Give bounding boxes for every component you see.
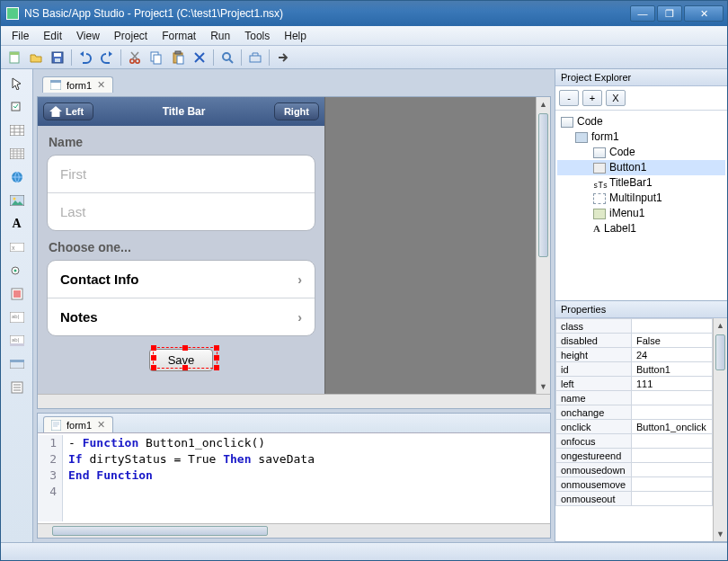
svg-point-19 (13, 198, 15, 200)
menu-file[interactable]: File (4, 28, 36, 44)
label-tool[interactable]: A (7, 215, 27, 233)
code-editor[interactable]: 1234 - Function Button1_onclick() If dir… (38, 433, 550, 523)
copy-button[interactable] (146, 48, 166, 67)
svg-point-23 (13, 270, 16, 272)
new-button[interactable] (4, 48, 24, 67)
svg-rect-13 (250, 56, 261, 62)
mock-left-button[interactable]: Left (43, 102, 93, 120)
prop-row[interactable]: class (556, 319, 713, 334)
image-tool[interactable] (7, 191, 27, 209)
cut-button[interactable] (125, 48, 145, 67)
designer-hscroll[interactable] (38, 394, 550, 408)
prop-row[interactable]: disabledFalse (556, 334, 713, 348)
code-hscroll[interactable] (38, 523, 550, 538)
tree-node[interactable]: Code (557, 145, 725, 160)
paste-button[interactable] (168, 48, 188, 67)
properties-vscroll[interactable]: ▲ ▼ (713, 318, 727, 541)
prop-row[interactable]: onclickButton1_onclick (556, 420, 713, 434)
main-toolbar (1, 46, 727, 69)
mock-right-button[interactable]: Right (274, 102, 319, 120)
pe-btn-+[interactable]: + (582, 90, 602, 106)
menu-tools[interactable]: Tools (237, 28, 277, 44)
tree-node[interactable]: MultiInput1 (557, 191, 725, 206)
radio-tool[interactable] (7, 262, 27, 280)
imenu-control[interactable]: Contact Info›Notes› (47, 260, 315, 336)
minimize-button[interactable]: — (630, 5, 655, 22)
first-input[interactable]: First (48, 156, 315, 193)
multiinput-control[interactable]: First Last (47, 155, 315, 231)
prop-row[interactable]: onchange (556, 405, 713, 420)
menu-view[interactable]: View (69, 28, 107, 44)
menu-format[interactable]: Format (155, 28, 203, 44)
properties-grid[interactable]: classdisabledFalseheight24idButton1left1… (555, 318, 713, 506)
menu-row[interactable]: Notes› (48, 298, 315, 335)
designer-vscroll[interactable]: ▲ ▼ (536, 97, 550, 394)
svg-rect-15 (10, 125, 24, 136)
close-button[interactable]: ✕ (684, 5, 724, 22)
tree-node[interactable]: Button1 (557, 160, 725, 175)
dense-grid-tool[interactable] (7, 145, 27, 163)
prop-row[interactable]: onmousedown (556, 463, 713, 477)
menu-run[interactable]: Run (203, 28, 237, 44)
menu-tool[interactable] (7, 378, 27, 396)
mock-titlebar[interactable]: Left Title Bar Right (38, 97, 324, 126)
run-button[interactable] (273, 48, 293, 67)
find-button[interactable] (218, 48, 237, 67)
textarea-tool[interactable]: ab| (7, 308, 27, 326)
tree-node[interactable]: Code (557, 114, 725, 129)
prop-row[interactable]: left111 (556, 377, 713, 391)
window-title: NS Basic/App Studio - Project1 (C:\test1… (24, 7, 630, 20)
prop-row[interactable]: idButton1 (556, 362, 713, 377)
pe-btn-X[interactable]: X (606, 90, 626, 106)
menu-row[interactable]: Contact Info› (48, 261, 315, 298)
titlebar-tool[interactable] (7, 355, 27, 373)
textarea2-tool[interactable]: ab| (7, 332, 27, 350)
redo-button[interactable] (97, 48, 117, 67)
menu-bar: FileEditViewProjectFormatRunToolsHelp (1, 26, 727, 46)
open-button[interactable] (26, 48, 46, 67)
code-tab[interactable]: form1 ✕ (43, 416, 113, 432)
project-tree[interactable]: Codeform1CodeButton1sTsTitleBar1MultiInp… (555, 111, 727, 240)
undo-button[interactable] (75, 48, 95, 67)
svg-rect-1 (10, 52, 19, 55)
last-input[interactable]: Last (48, 193, 315, 230)
textbox-tool[interactable]: x (7, 238, 27, 256)
close-tab-icon[interactable]: ✕ (97, 79, 105, 91)
pointer-tool[interactable] (7, 75, 27, 93)
prop-row[interactable]: onmouseout (556, 492, 713, 506)
save-button[interactable] (48, 48, 67, 67)
designer-tab-label: form1 (67, 80, 92, 91)
menu-project[interactable]: Project (107, 28, 155, 44)
checkbox-tool[interactable] (7, 98, 27, 116)
pe-btn--[interactable]: - (559, 90, 579, 106)
prop-row[interactable]: onmousemove (556, 477, 713, 492)
designer-tab[interactable]: form1 ✕ (42, 76, 113, 93)
prop-row[interactable]: height24 (556, 348, 713, 362)
save-button-control[interactable]: Save (149, 349, 214, 371)
prop-row[interactable]: onfocus (556, 434, 713, 449)
htmlview-tool[interactable] (7, 168, 27, 186)
delete-button[interactable] (190, 48, 209, 67)
tree-node[interactable]: form1 (557, 129, 725, 145)
close-code-tab-icon[interactable]: ✕ (97, 419, 105, 431)
code-editor-panel: form1 ✕ 1234 - Function Button1_onclick(… (37, 413, 551, 539)
tree-node[interactable]: iMenu1 (557, 206, 725, 221)
picturebox-tool[interactable] (7, 285, 27, 303)
svg-point-5 (130, 58, 134, 62)
form-icon (50, 80, 61, 90)
svg-rect-8 (154, 55, 161, 64)
tree-node[interactable]: sTsTitleBar1 (557, 175, 725, 191)
prop-row[interactable]: ongestureend (556, 449, 713, 463)
tree-node[interactable]: ALabel1 (557, 221, 725, 236)
svg-point-12 (223, 53, 230, 60)
grid-tool[interactable] (7, 121, 27, 139)
prop-row[interactable]: name (556, 391, 713, 405)
menu-edit[interactable]: Edit (36, 28, 69, 44)
svg-rect-4 (55, 58, 60, 62)
name-label[interactable]: Name (38, 126, 324, 155)
deploy-button[interactable] (245, 48, 265, 67)
maximize-button[interactable]: ❐ (657, 5, 682, 22)
design-canvas[interactable]: Left Title Bar Right Name First Last Cho… (38, 97, 325, 394)
menu-help[interactable]: Help (277, 28, 314, 44)
svg-text:ab|: ab| (12, 314, 20, 319)
